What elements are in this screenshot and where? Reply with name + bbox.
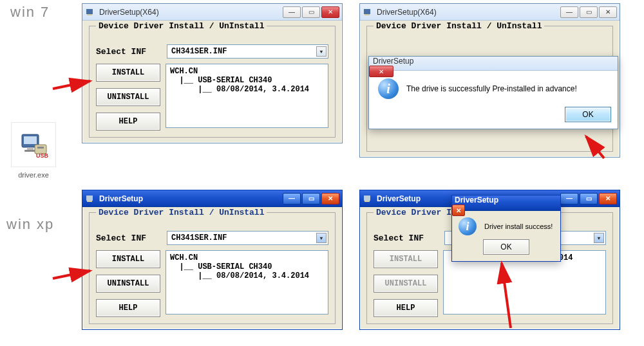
minimize-button[interactable]: — xyxy=(560,6,578,18)
dialog-body: i Driver install success! xyxy=(452,211,560,239)
winxp-label: win xp xyxy=(6,216,54,233)
svg-rect-11 xyxy=(86,196,93,201)
help-button[interactable]: HELP xyxy=(96,299,160,317)
dropdown-icon[interactable]: ▼ xyxy=(594,233,604,243)
close-button[interactable]: ✕ xyxy=(599,6,617,18)
driver-info-box: WCH.CN |__ USB-SERIAL CH340 |__ 08/08/20… xyxy=(166,250,328,314)
install-button[interactable]: INSTALL xyxy=(96,64,160,82)
window-title: DriverSetup(X64) xyxy=(377,8,560,17)
inf-value: CH341SER.INF xyxy=(171,47,227,56)
install-groupbox: Device Driver Install / UnInstall Select… xyxy=(89,26,336,138)
maximize-button[interactable]: ▭ xyxy=(302,193,320,205)
install-button: INSTALL xyxy=(374,250,438,268)
uninstall-button: UNINSTALL xyxy=(374,275,438,293)
minimize-button[interactable]: — xyxy=(560,193,578,205)
group-legend-cut: Device Driver I xyxy=(374,208,454,217)
app-icon xyxy=(363,7,373,17)
titlebar[interactable]: DriverSetup(X64) — ▭ ✕ xyxy=(82,4,342,21)
app-icon xyxy=(363,194,373,204)
minimize-button[interactable]: — xyxy=(283,193,301,205)
maximize-button[interactable]: ▭ xyxy=(580,193,598,205)
dialog-close-button[interactable]: ✕ xyxy=(369,66,393,77)
minimize-button[interactable]: — xyxy=(283,6,301,18)
app-icon xyxy=(85,194,95,204)
close-button[interactable]: ✕ xyxy=(599,193,617,205)
dialog-titlebar[interactable]: DriverSetup ✕ xyxy=(369,57,618,71)
svg-rect-13 xyxy=(364,196,370,201)
ok-button[interactable]: OK xyxy=(483,239,529,255)
svg-rect-8 xyxy=(87,14,92,15)
dialog-message: Driver install success! xyxy=(484,223,553,230)
info-icon: i xyxy=(459,217,477,235)
driver-exe-filename: driver.exe xyxy=(8,171,59,179)
svg-rect-9 xyxy=(364,9,370,14)
window-title: DriverSetup(X64) xyxy=(99,8,283,17)
dropdown-icon[interactable]: ▼ xyxy=(316,233,327,243)
dialog-close-button[interactable]: ✕ xyxy=(452,205,465,216)
install-success-dialog: DriverSetup ✕ i Driver install success! … xyxy=(451,195,561,262)
uninstall-button[interactable]: UNINSTALL xyxy=(96,88,160,106)
window-title: DriverSetup xyxy=(99,194,283,203)
titlebar[interactable]: DriverSetup(X64) — ▭ ✕ xyxy=(360,4,620,21)
info-icon: i xyxy=(378,78,399,99)
svg-rect-3 xyxy=(24,150,36,152)
driver-info-box: WCH.CN |__ USB-SERIAL CH340 |__ 08/08/20… xyxy=(166,64,328,128)
preinstall-success-dialog: DriverSetup ✕ i The drive is successfull… xyxy=(368,56,618,129)
dialog-title: DriverSetup xyxy=(369,57,413,66)
group-legend: Device Driver Install / UnInstall xyxy=(374,21,544,31)
dialog-titlebar[interactable]: DriverSetup ✕ xyxy=(452,196,560,211)
maximize-button[interactable]: ▭ xyxy=(302,6,320,18)
close-button[interactable]: ✕ xyxy=(321,6,339,18)
svg-rect-5 xyxy=(37,147,44,149)
dialog-body: i The drive is successfully Pre-installe… xyxy=(369,71,618,107)
svg-rect-1 xyxy=(24,136,37,144)
select-inf-label: Select INF xyxy=(374,233,444,243)
svg-rect-7 xyxy=(86,9,93,14)
driver-exe-icon[interactable]: USB driver.exe xyxy=(8,122,59,179)
group-legend: Device Driver Install / UnInstall xyxy=(96,21,267,31)
help-button[interactable]: HELP xyxy=(96,113,160,131)
driversetup-xp-window: DriverSetup — ▭ ✕ Device Driver Install … xyxy=(82,190,343,330)
app-icon xyxy=(85,7,95,17)
dialog-message: The drive is successfully Pre-installed … xyxy=(406,84,577,93)
inf-combobox[interactable]: CH341SER.INF ▼ xyxy=(167,231,328,245)
svg-rect-10 xyxy=(365,14,370,15)
svg-text:USB: USB xyxy=(36,152,49,159)
install-button[interactable]: INSTALL xyxy=(96,250,160,268)
uninstall-button[interactable]: UNINSTALL xyxy=(96,275,160,293)
close-button[interactable]: ✕ xyxy=(321,193,339,205)
group-legend: Device Driver Install / UnInstall xyxy=(96,208,267,217)
svg-rect-14 xyxy=(365,201,370,202)
maximize-button[interactable]: ▭ xyxy=(580,6,598,18)
select-inf-label: Select INF xyxy=(96,233,167,243)
dialog-title: DriverSetup xyxy=(452,196,498,205)
titlebar[interactable]: DriverSetup — ▭ ✕ xyxy=(82,190,342,207)
help-button[interactable]: HELP xyxy=(374,299,438,317)
driversetup-win7-window: DriverSetup(X64) — ▭ ✕ Device Driver Ins… xyxy=(82,3,343,143)
win7-label: win 7 xyxy=(10,4,50,21)
inf-combobox[interactable]: CH341SER.INF ▼ xyxy=(167,44,328,59)
install-groupbox: Device Driver Install / UnInstall Select… xyxy=(89,212,336,324)
inf-value: CH341SER.INF xyxy=(171,233,227,242)
installer-icon: USB xyxy=(11,122,56,167)
select-inf-label: Select INF xyxy=(96,47,167,57)
dropdown-icon[interactable]: ▼ xyxy=(316,46,327,57)
svg-rect-12 xyxy=(87,201,92,202)
svg-rect-2 xyxy=(27,147,33,150)
ok-button[interactable]: OK xyxy=(565,107,611,122)
